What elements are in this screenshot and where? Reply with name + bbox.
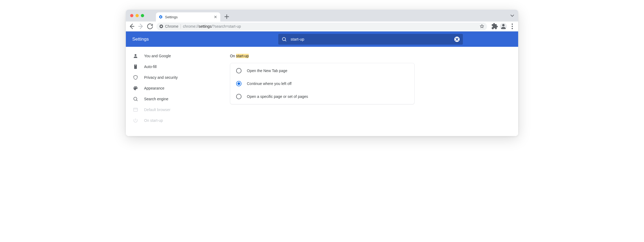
radio-option-new-tab[interactable]: Open the New Tab page: [230, 64, 414, 77]
radio-option-continue[interactable]: Continue where you left off: [230, 77, 414, 90]
site-chip: Chrome: [159, 24, 178, 29]
section-title: On start-up: [230, 54, 518, 58]
omnibox-url: chrome://settings/?search=start-up: [183, 24, 241, 29]
gear-icon: [159, 15, 163, 19]
radio-label: Open the New Tab page: [247, 69, 287, 73]
address-bar[interactable]: Chrome chrome://settings/?search=start-u…: [156, 23, 487, 30]
sidebar-item-label: Search engine: [144, 97, 168, 101]
svg-point-3: [512, 24, 513, 25]
settings-search-input[interactable]: [291, 37, 451, 41]
svg-point-7: [135, 54, 137, 56]
tab-strip: Settings: [126, 10, 518, 22]
sidebar-item-autofill[interactable]: Auto-fill: [126, 61, 204, 72]
svg-point-2: [502, 24, 505, 26]
reload-button[interactable]: [146, 23, 154, 30]
extensions-button[interactable]: [491, 23, 498, 30]
back-button[interactable]: [128, 23, 136, 30]
window-controls: [126, 10, 148, 22]
settings-body: You and Google Auto-fill Privacy and sec…: [126, 47, 518, 136]
sidebar-item-privacy[interactable]: Privacy and security: [126, 72, 204, 83]
search-icon: [133, 96, 138, 102]
svg-point-6: [282, 37, 286, 41]
window-zoom-button[interactable]: [141, 14, 144, 17]
person-icon: [133, 53, 138, 59]
svg-point-4: [512, 26, 513, 27]
sidebar-item-label: Auto-fill: [144, 65, 157, 69]
tabs-dropdown-button[interactable]: [509, 12, 515, 19]
sidebar-item-search-engine[interactable]: Search engine: [126, 94, 204, 104]
content-area: On start-up Open the New Tab page Contin…: [204, 47, 518, 136]
startup-options-card: Open the New Tab page Continue where you…: [230, 63, 415, 104]
profile-avatar-button[interactable]: [500, 23, 507, 30]
bookmark-star-icon[interactable]: [480, 24, 484, 29]
close-icon[interactable]: [213, 15, 218, 19]
browser-window: Settings Chrome: [126, 10, 518, 136]
page-title: Settings: [132, 37, 149, 42]
sidebar: You and Google Auto-fill Privacy and sec…: [126, 47, 204, 136]
sidebar-item-appearance[interactable]: Appearance: [126, 83, 204, 94]
menu-button[interactable]: [508, 23, 516, 30]
shield-icon: [133, 75, 138, 80]
radio-option-specific-pages[interactable]: Open a specific page or set of pages: [230, 90, 414, 103]
radio-label: Open a specific page or set of pages: [247, 94, 308, 99]
svg-point-5: [512, 28, 513, 29]
sidebar-item-label: On start-up: [144, 118, 163, 123]
settings-header: Settings: [126, 31, 518, 47]
radio-icon: [236, 68, 241, 73]
window-close-button[interactable]: [130, 14, 133, 17]
chrome-icon: [159, 24, 163, 29]
toolbar-right: [490, 23, 516, 30]
window-minimize-button[interactable]: [136, 14, 139, 17]
site-chip-label: Chrome: [165, 24, 178, 29]
svg-point-8: [134, 97, 137, 100]
palette-icon: [133, 86, 138, 91]
svg-rect-9: [134, 108, 138, 111]
tab-title: Settings: [165, 15, 211, 19]
radio-label: Continue where you left off: [247, 81, 291, 86]
browser-tab[interactable]: Settings: [156, 12, 220, 22]
sidebar-item-label: You and Google: [144, 54, 171, 58]
svg-point-1: [160, 26, 162, 27]
new-tab-button[interactable]: [223, 13, 230, 20]
separator: [181, 24, 181, 29]
clear-search-button[interactable]: [454, 37, 460, 42]
toolbar: Chrome chrome://settings/?search=start-u…: [126, 22, 518, 31]
forward-button[interactable]: [137, 23, 145, 30]
sidebar-item-label: Privacy and security: [144, 75, 178, 80]
sidebar-item-label: Appearance: [144, 86, 164, 90]
radio-icon: [236, 94, 241, 99]
radio-icon: [236, 81, 241, 86]
power-icon: [133, 118, 138, 123]
sidebar-item-default-browser[interactable]: Default browser: [126, 104, 204, 115]
clipboard-icon: [133, 64, 138, 69]
sidebar-item-you-and-google[interactable]: You and Google: [126, 51, 204, 61]
sidebar-item-label: Default browser: [144, 108, 170, 112]
search-icon: [281, 37, 287, 42]
settings-search[interactable]: [278, 34, 463, 45]
browser-icon: [133, 107, 138, 112]
search-highlight: start-up: [236, 54, 249, 58]
sidebar-item-on-startup[interactable]: On start-up: [126, 115, 204, 126]
